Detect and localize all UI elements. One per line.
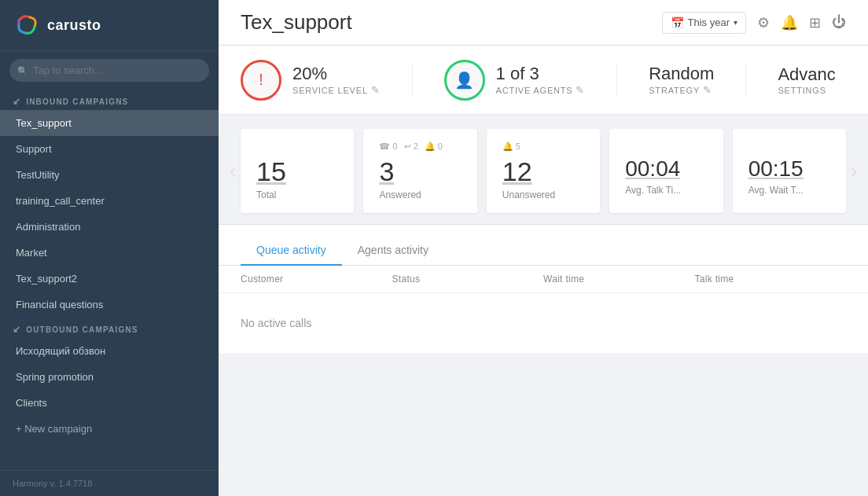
active-agents-stat: 👤 1 of 3 ACTIVE AGENTS ✎ <box>444 60 586 101</box>
page-title: Tex_support <box>241 10 352 35</box>
sidebar-item-tex-support2[interactable]: Tex_support2 <box>0 266 219 292</box>
metric-avg-wait-label: Avg. Wait T... <box>748 185 830 196</box>
sidebar: carusto INBOUND CAMPAIGNS Tex_support Su… <box>0 0 219 496</box>
active-agents-info: 1 of 3 ACTIVE AGENTS ✎ <box>496 64 586 96</box>
strategy-edit-icon[interactable]: ✎ <box>703 84 712 96</box>
active-agents-avatar: 👤 <box>444 60 485 101</box>
metric-avg-wait-value: 00:15 <box>748 157 830 182</box>
date-filter-button[interactable]: 📅 This year ▾ <box>662 12 746 34</box>
metric-unanswered-value: 12 <box>502 157 584 186</box>
logo-label: carusto <box>47 17 101 34</box>
sidebar-item-spring[interactable]: Spring promotion <box>0 364 219 390</box>
strategy-label: STRATEGY ✎ <box>649 84 714 96</box>
header-actions: 📅 This year ▾ ⚙ 🔔 ⊞ ⏻ <box>662 12 846 34</box>
active-agents-label: ACTIVE AGENTS ✎ <box>496 84 586 96</box>
metrics-tabs-wrapper: ‹ 15 Total ☎ 0 ↩ 2 🔔 0 3 Answered <box>219 115 868 496</box>
power-icon[interactable]: ⏻ <box>832 14 846 31</box>
service-level-info: 20% SERVICE LEVEL ✎ <box>292 64 381 96</box>
metric-avg-wait-header <box>748 140 830 152</box>
active-agents-edit-icon[interactable]: ✎ <box>576 84 585 96</box>
notifications-icon[interactable]: 🔔 <box>781 14 798 31</box>
metrics-nav-left[interactable]: ‹ <box>230 160 236 182</box>
service-level-edit-icon[interactable]: ✎ <box>371 84 381 96</box>
settings-info: Advanc SETTINGS <box>778 64 835 94</box>
strategy-stat: Random STRATEGY ✎ <box>649 64 714 96</box>
metric-answered: ☎ 0 ↩ 2 🔔 0 3 Answered <box>363 129 476 213</box>
settings-label: SETTINGS <box>778 86 835 95</box>
tabs-row: Queue activity Agents activity <box>219 224 868 266</box>
stat-divider-3 <box>745 63 746 97</box>
settings-stat: Advanc SETTINGS <box>778 64 835 94</box>
table-header: Customer Status Wait time Talk time <box>219 266 868 293</box>
search-wrapper <box>9 59 209 82</box>
metric-answered-header: ☎ 0 ↩ 2 🔔 0 <box>379 140 461 152</box>
answered-badge-2: ↩ 2 <box>404 141 418 152</box>
sidebar-item-clients[interactable]: Clients <box>0 390 219 416</box>
metrics-row: ‹ 15 Total ☎ 0 ↩ 2 🔔 0 3 Answered <box>219 115 868 213</box>
th-status: Status <box>392 274 544 285</box>
metric-unanswered-label: Unanswered <box>502 189 584 200</box>
table-area: Customer Status Wait time Talk time No a… <box>219 266 868 353</box>
metric-total: ‹ 15 Total <box>241 129 354 213</box>
metric-unanswered-header: 🔔 5 <box>502 140 584 152</box>
sidebar-item-financial[interactable]: Financial questions <box>0 292 219 318</box>
th-customer: Customer <box>241 274 392 285</box>
search-area <box>0 51 219 90</box>
metric-avg-talk-header <box>625 140 707 152</box>
content-wrapper: ! 20% SERVICE LEVEL ✎ 👤 1 of 3 <box>219 46 868 496</box>
exclamation-icon: ! <box>259 71 263 89</box>
th-talk-time: Talk time <box>695 274 847 285</box>
tab-queue-activity[interactable]: Queue activity <box>241 236 342 266</box>
outbound-section-header: OUTBOUND CAMPAIGNS <box>0 318 219 338</box>
stat-divider-1 <box>412 63 413 97</box>
new-campaign-button[interactable]: + New campaign <box>0 416 219 442</box>
stats-row: ! 20% SERVICE LEVEL ✎ 👤 1 of 3 <box>219 46 868 115</box>
stat-divider-2 <box>616 63 617 97</box>
inbound-section-header: INBOUND CAMPAIGNS <box>0 90 219 110</box>
metric-avg-wait: 00:15 Avg. Wait T... › <box>733 129 846 213</box>
strategy-info: Random STRATEGY ✎ <box>649 64 714 96</box>
metric-total-label: Total <box>256 189 338 200</box>
settings-value: Advanc <box>778 64 835 85</box>
grid-icon[interactable]: ⊞ <box>809 14 821 31</box>
sidebar-item-outbound[interactable]: Исходящий обзвон <box>0 338 219 364</box>
carusto-logo-icon <box>13 11 41 39</box>
sidebar-item-support[interactable]: Support <box>0 136 219 162</box>
sidebar-item-administration[interactable]: Administration <box>0 214 219 240</box>
metrics-nav-right[interactable]: › <box>851 160 857 182</box>
unanswered-badge-1: 🔔 5 <box>502 141 520 152</box>
metric-avg-talk: 00:04 Avg. Talk Ti... <box>609 129 723 213</box>
answered-badge-3: 🔔 0 <box>425 141 443 152</box>
version-label: Harmony v. 1.4.7718 <box>0 470 219 496</box>
chevron-down-icon: ▾ <box>734 18 737 27</box>
active-agents-value: 1 of 3 <box>496 64 586 84</box>
sidebar-item-training[interactable]: training_call_center <box>0 188 219 214</box>
metric-unanswered: 🔔 5 12 Unanswered <box>487 129 600 213</box>
person-icon: 👤 <box>454 71 474 90</box>
sidebar-item-testutility[interactable]: TestUtility <box>0 162 219 188</box>
sidebar-item-tex-support[interactable]: Tex_support <box>0 110 219 136</box>
metric-avg-talk-label: Avg. Talk Ti... <box>625 185 707 196</box>
main-header: Tex_support 📅 This year ▾ ⚙ 🔔 ⊞ ⏻ <box>219 0 868 46</box>
service-level-value: 20% <box>292 64 381 84</box>
metric-answered-label: Answered <box>379 189 461 200</box>
service-level-avatar: ! <box>241 60 281 101</box>
metric-total-header <box>256 140 338 152</box>
service-level-label: SERVICE LEVEL ✎ <box>292 84 381 96</box>
main-content: Tex_support 📅 This year ▾ ⚙ 🔔 ⊞ ⏻ ! 20% <box>219 0 868 496</box>
search-input[interactable] <box>9 59 209 82</box>
tab-agents-activity[interactable]: Agents activity <box>342 236 444 266</box>
th-wait-time: Wait time <box>543 274 695 285</box>
metric-avg-talk-value: 00:04 <box>625 157 707 182</box>
service-level-stat: ! 20% SERVICE LEVEL ✎ <box>241 60 381 101</box>
metric-answered-value: 3 <box>379 157 461 186</box>
sidebar-item-market[interactable]: Market <box>0 240 219 266</box>
date-filter-label: This year <box>688 17 730 28</box>
strategy-value: Random <box>649 64 714 84</box>
answered-badge-1: ☎ 0 <box>379 141 397 152</box>
metric-total-value: 15 <box>256 157 338 186</box>
settings-icon[interactable]: ⚙ <box>757 14 770 31</box>
no-data-message: No active calls <box>219 293 868 353</box>
logo-area: carusto <box>0 0 219 51</box>
calendar-icon: 📅 <box>671 17 684 29</box>
